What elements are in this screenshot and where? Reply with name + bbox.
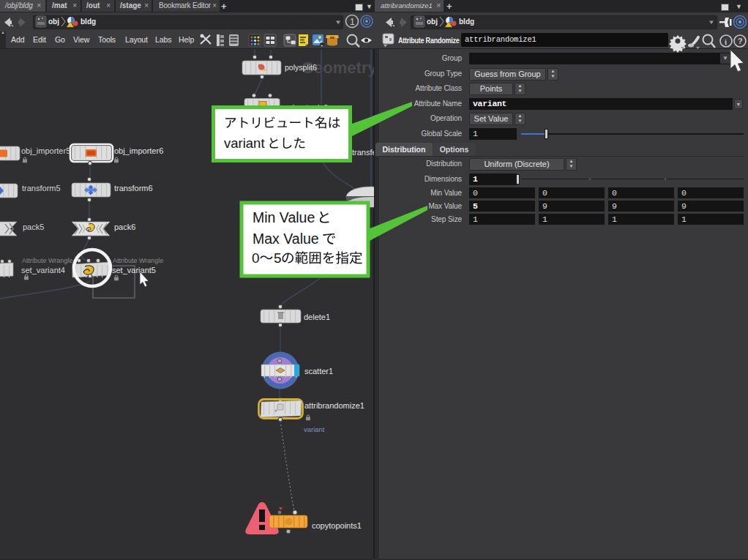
svg-text:Min Value: Min Value — [253, 209, 315, 225]
svg-text:transform5: transform5 — [22, 184, 61, 193]
svg-text:Attribute Wrangle: Attribute Wrangle — [22, 257, 72, 264]
svg-text:pack6: pack6 — [114, 223, 135, 231]
svg-text:variant: variant — [304, 425, 325, 433]
svg-text:transfe: transfe — [352, 148, 374, 157]
svg-text:0: 0 — [252, 250, 260, 266]
svg-text:5: 5 — [274, 250, 282, 266]
svg-text:obj_importer6: obj_importer6 — [114, 146, 163, 155]
svg-text:transform6: transform6 — [114, 184, 153, 193]
svg-text:pack5: pack5 — [23, 223, 44, 231]
svg-text:Max Value: Max Value — [253, 231, 319, 247]
svg-text:set_variant4: set_variant4 — [21, 266, 65, 275]
svg-text:scatter1: scatter1 — [304, 367, 333, 376]
svg-text:Attribute Wrangle: Attribute Wrangle — [113, 257, 163, 264]
svg-text:attribrandomize1: attribrandomize1 — [304, 401, 364, 410]
svg-text:variant: variant — [224, 135, 265, 151]
svg-text:copytopoints1: copytopoints1 — [312, 521, 362, 530]
svg-text:delete1: delete1 — [304, 313, 330, 321]
svg-text:set_variant5: set_variant5 — [112, 266, 156, 275]
svg-text:polysplit6: polysplit6 — [285, 63, 317, 72]
svg-text:obj_importer5: obj_importer5 — [21, 146, 70, 155]
